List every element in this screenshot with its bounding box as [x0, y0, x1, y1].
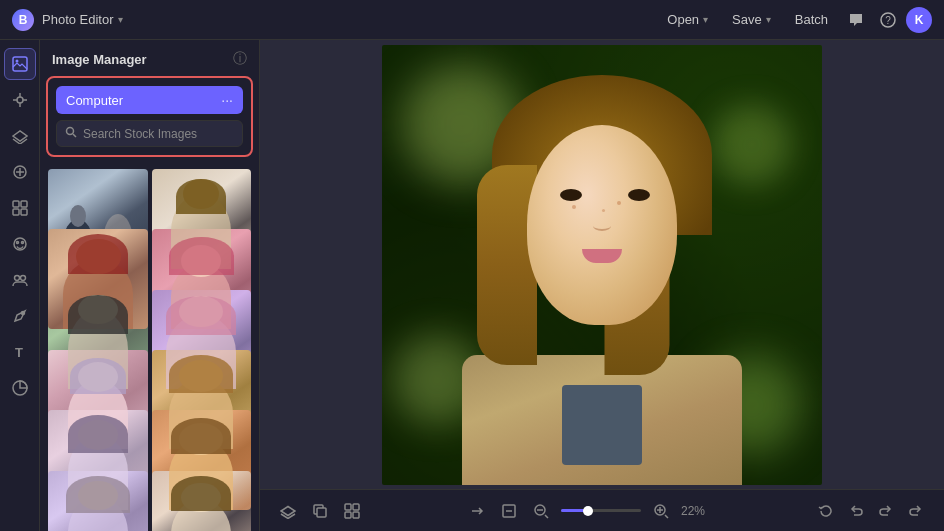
thumbnail-12[interactable]	[152, 471, 252, 531]
svg-rect-11	[21, 201, 27, 207]
compress-icon	[501, 503, 517, 519]
svg-point-22	[67, 128, 74, 135]
sidebar-stickers-button[interactable]	[4, 372, 36, 404]
search-icon	[65, 126, 77, 141]
save-button-label: Save	[732, 12, 762, 27]
logo-letter: B	[19, 13, 28, 27]
bottom-center-tools: 22%	[465, 499, 713, 523]
face-icon	[12, 236, 28, 252]
sidebar-shapes-button[interactable]	[4, 192, 36, 224]
sidebar-layers-button[interactable]	[4, 120, 36, 152]
copy-icon	[312, 503, 328, 519]
zoom-slider-thumb[interactable]	[583, 506, 593, 516]
group-icon	[12, 272, 28, 288]
bottom-right-tools	[814, 499, 928, 523]
zoom-percent: 22%	[681, 504, 713, 518]
svg-text:T: T	[15, 345, 23, 360]
reset-icon	[818, 503, 834, 519]
source-tabs-container: Computer ··· Search Stock Images	[46, 76, 253, 157]
source-computer-button[interactable]: Computer ···	[56, 86, 243, 114]
app-logo[interactable]: B	[12, 9, 34, 31]
zoom-out-button[interactable]	[529, 499, 553, 523]
redo-button[interactable]	[874, 499, 898, 523]
svg-line-23	[73, 134, 76, 137]
more-icon[interactable]: ···	[221, 92, 233, 108]
zoom-slider[interactable]	[561, 509, 641, 512]
sidebar-retouch-button[interactable]	[4, 300, 36, 332]
svg-rect-25	[345, 504, 351, 510]
svg-text:?: ?	[885, 15, 891, 26]
info-icon[interactable]: ⓘ	[233, 50, 247, 68]
layers-bottom-icon	[280, 503, 296, 519]
svg-point-16	[21, 242, 23, 244]
svg-line-36	[665, 515, 668, 518]
copy-button[interactable]	[308, 499, 332, 523]
canvas-area: 22%	[260, 40, 944, 531]
save-button[interactable]: Save ▾	[722, 8, 781, 31]
compress-button[interactable]	[497, 499, 521, 523]
layers-button[interactable]	[276, 499, 300, 523]
grid-icon	[344, 503, 360, 519]
shapes-icon	[12, 200, 28, 216]
svg-rect-24	[317, 508, 326, 517]
adjustments-icon	[12, 92, 28, 108]
topbar-actions: Open ▾ Save ▾ Batch ? K	[657, 7, 932, 33]
chat-button[interactable]	[842, 8, 870, 32]
svg-rect-27	[345, 512, 351, 518]
zoom-slider-fill	[561, 509, 585, 512]
help-button[interactable]: ?	[874, 8, 902, 32]
sidebar-text-button[interactable]: T	[4, 336, 36, 368]
open-chevron-icon: ▾	[703, 14, 708, 25]
sidebar-face-button[interactable]	[4, 228, 36, 260]
help-icon: ?	[880, 12, 896, 28]
sidebar-adjustments-button[interactable]	[4, 84, 36, 116]
bottom-bar: 22%	[260, 489, 944, 531]
image-icon	[12, 56, 28, 72]
undo-button[interactable]	[844, 499, 868, 523]
image-grid	[40, 165, 259, 531]
svg-rect-12	[13, 209, 19, 215]
retouch-icon	[12, 308, 28, 324]
canvas-image	[382, 45, 822, 485]
redo2-button[interactable]	[904, 499, 928, 523]
svg-rect-28	[353, 512, 359, 518]
panel-title: Image Manager	[52, 52, 227, 67]
layers-icon	[12, 128, 28, 144]
bottom-left-tools	[276, 499, 364, 523]
thumbnail-11[interactable]	[48, 471, 148, 531]
source-computer-label: Computer	[66, 93, 123, 108]
icon-sidebar: T	[0, 40, 40, 531]
svg-point-3	[15, 60, 18, 63]
topbar: B Photo Editor ▾ Open ▾ Save ▾ Batch ? K	[0, 0, 944, 40]
image-manager-panel: Image Manager ⓘ Computer ··· Search Stoc…	[40, 40, 260, 531]
avatar[interactable]: K	[906, 7, 932, 33]
sidebar-image-manager-button[interactable]	[4, 48, 36, 80]
redo2-icon	[908, 503, 924, 519]
sidebar-filters-button[interactable]	[4, 156, 36, 188]
stickers-icon	[12, 380, 28, 396]
search-stock-bar[interactable]: Search Stock Images	[56, 120, 243, 147]
grid-button[interactable]	[340, 499, 364, 523]
app-title-area: Photo Editor ▾	[42, 12, 123, 27]
filters-icon	[12, 164, 28, 180]
batch-button[interactable]: Batch	[785, 8, 838, 31]
svg-rect-13	[21, 209, 27, 215]
search-stock-placeholder: Search Stock Images	[83, 127, 197, 141]
sidebar-group-button[interactable]	[4, 264, 36, 296]
expand-button[interactable]	[465, 499, 489, 523]
svg-rect-2	[13, 57, 27, 71]
reset-button[interactable]	[814, 499, 838, 523]
expand-icon	[469, 503, 485, 519]
svg-rect-26	[353, 504, 359, 510]
chat-icon	[848, 12, 864, 28]
zoom-in-icon	[653, 503, 669, 519]
panel-header: Image Manager ⓘ	[40, 40, 259, 76]
svg-line-32	[545, 515, 548, 518]
svg-point-19	[21, 312, 24, 315]
app-title-chevron[interactable]: ▾	[118, 14, 123, 25]
text-icon: T	[12, 344, 28, 360]
app-title-text: Photo Editor	[42, 12, 114, 27]
open-button[interactable]: Open ▾	[657, 8, 718, 31]
zoom-in-button[interactable]	[649, 499, 673, 523]
svg-rect-10	[13, 201, 19, 207]
